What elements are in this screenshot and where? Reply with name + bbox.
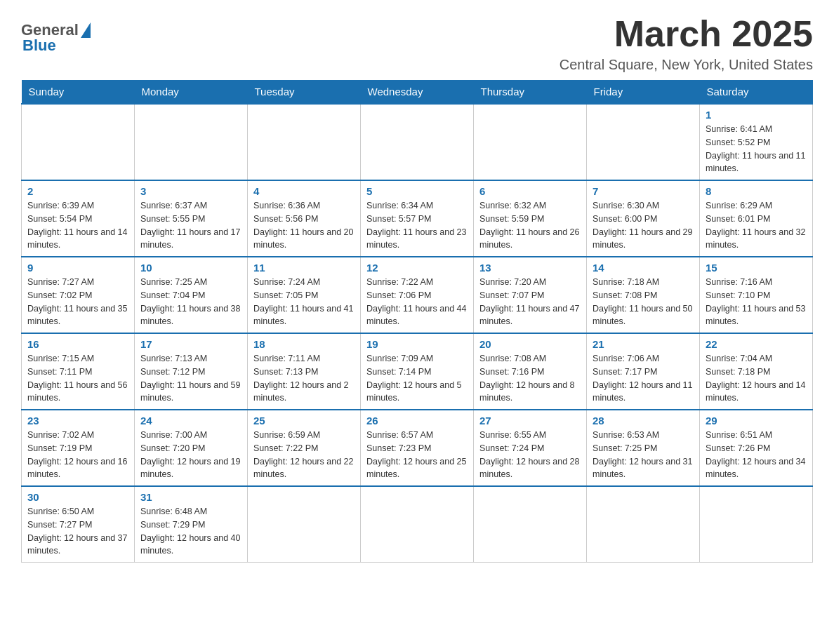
- calendar-week-row: 1Sunrise: 6:41 AM Sunset: 5:52 PM Daylig…: [22, 104, 813, 180]
- day-number: 23: [27, 415, 128, 427]
- calendar-day-header: Sunday: [22, 80, 135, 104]
- calendar-cell: 11Sunrise: 7:24 AM Sunset: 7:05 PM Dayli…: [248, 257, 361, 333]
- calendar-cell: 1Sunrise: 6:41 AM Sunset: 5:52 PM Daylig…: [700, 104, 813, 180]
- day-info: Sunrise: 7:13 AM Sunset: 7:12 PM Dayligh…: [140, 352, 241, 405]
- calendar-cell: 8Sunrise: 6:29 AM Sunset: 6:01 PM Daylig…: [700, 180, 813, 257]
- day-info: Sunrise: 7:11 AM Sunset: 7:13 PM Dayligh…: [253, 352, 355, 405]
- calendar-cell: 17Sunrise: 7:13 AM Sunset: 7:12 PM Dayli…: [135, 333, 248, 410]
- calendar-cell: [135, 104, 248, 180]
- day-number: 25: [253, 415, 355, 427]
- calendar-week-row: 9Sunrise: 7:27 AM Sunset: 7:02 PM Daylig…: [22, 257, 813, 333]
- calendar-cell: [361, 486, 474, 563]
- calendar-cell: 25Sunrise: 6:59 AM Sunset: 7:22 PM Dayli…: [248, 410, 361, 486]
- day-number: 28: [593, 415, 694, 427]
- day-number: 8: [706, 185, 807, 197]
- calendar-week-row: 16Sunrise: 7:15 AM Sunset: 7:11 PM Dayli…: [22, 333, 813, 410]
- calendar-cell: 12Sunrise: 7:22 AM Sunset: 7:06 PM Dayli…: [361, 257, 474, 333]
- day-number: 24: [140, 415, 241, 427]
- calendar-cell: 15Sunrise: 7:16 AM Sunset: 7:10 PM Dayli…: [700, 257, 813, 333]
- day-info: Sunrise: 7:20 AM Sunset: 7:07 PM Dayligh…: [479, 276, 581, 328]
- calendar-cell: 18Sunrise: 7:11 AM Sunset: 7:13 PM Dayli…: [248, 333, 361, 410]
- logo: General Blue: [21, 21, 91, 55]
- day-number: 15: [706, 262, 807, 274]
- calendar-cell: 21Sunrise: 7:06 AM Sunset: 7:17 PM Dayli…: [587, 333, 700, 410]
- calendar-cell: [700, 486, 813, 563]
- location-title: Central Square, New York, United States: [560, 57, 813, 73]
- calendar-cell: 31Sunrise: 6:48 AM Sunset: 7:29 PM Dayli…: [135, 486, 248, 563]
- day-number: 19: [366, 338, 468, 350]
- day-info: Sunrise: 6:29 AM Sunset: 6:01 PM Dayligh…: [706, 199, 807, 252]
- day-number: 9: [27, 262, 128, 274]
- day-number: 13: [479, 262, 581, 274]
- calendar-cell: 6Sunrise: 6:32 AM Sunset: 5:59 PM Daylig…: [474, 180, 587, 257]
- day-info: Sunrise: 7:27 AM Sunset: 7:02 PM Dayligh…: [27, 276, 128, 328]
- calendar-cell: [22, 104, 135, 180]
- calendar-cell: 22Sunrise: 7:04 AM Sunset: 7:18 PM Dayli…: [700, 333, 813, 410]
- calendar-cell: 10Sunrise: 7:25 AM Sunset: 7:04 PM Dayli…: [135, 257, 248, 333]
- day-info: Sunrise: 7:09 AM Sunset: 7:14 PM Dayligh…: [366, 352, 468, 405]
- calendar-cell: 28Sunrise: 6:53 AM Sunset: 7:25 PM Dayli…: [587, 410, 700, 486]
- calendar-week-row: 23Sunrise: 7:02 AM Sunset: 7:19 PM Dayli…: [22, 410, 813, 486]
- day-info: Sunrise: 7:00 AM Sunset: 7:20 PM Dayligh…: [140, 429, 241, 481]
- calendar-day-header: Monday: [135, 80, 248, 104]
- logo-blue-text: Blue: [22, 36, 56, 55]
- calendar-cell: [361, 104, 474, 180]
- calendar-cell: [474, 486, 587, 563]
- calendar-cell: 2Sunrise: 6:39 AM Sunset: 5:54 PM Daylig…: [22, 180, 135, 257]
- day-info: Sunrise: 6:30 AM Sunset: 6:00 PM Dayligh…: [593, 199, 694, 252]
- day-number: 14: [593, 262, 694, 274]
- calendar-cell: 13Sunrise: 7:20 AM Sunset: 7:07 PM Dayli…: [474, 257, 587, 333]
- calendar-cell: 30Sunrise: 6:50 AM Sunset: 7:27 PM Dayli…: [22, 486, 135, 563]
- calendar-cell: 16Sunrise: 7:15 AM Sunset: 7:11 PM Dayli…: [22, 333, 135, 410]
- day-number: 22: [706, 338, 807, 350]
- day-number: 2: [27, 185, 128, 197]
- calendar-day-header: Tuesday: [248, 80, 361, 104]
- day-number: 12: [366, 262, 468, 274]
- day-number: 26: [366, 415, 468, 427]
- day-number: 27: [479, 415, 581, 427]
- calendar-cell: 23Sunrise: 7:02 AM Sunset: 7:19 PM Dayli…: [22, 410, 135, 486]
- day-number: 11: [253, 262, 355, 274]
- calendar-day-header: Thursday: [474, 80, 587, 104]
- calendar-cell: 7Sunrise: 6:30 AM Sunset: 6:00 PM Daylig…: [587, 180, 700, 257]
- calendar-cell: 20Sunrise: 7:08 AM Sunset: 7:16 PM Dayli…: [474, 333, 587, 410]
- day-number: 30: [27, 491, 128, 503]
- day-info: Sunrise: 7:16 AM Sunset: 7:10 PM Dayligh…: [706, 276, 807, 328]
- calendar-table: SundayMondayTuesdayWednesdayThursdayFrid…: [21, 80, 813, 563]
- day-info: Sunrise: 7:18 AM Sunset: 7:08 PM Dayligh…: [593, 276, 694, 328]
- day-info: Sunrise: 7:08 AM Sunset: 7:16 PM Dayligh…: [479, 352, 581, 405]
- day-info: Sunrise: 7:02 AM Sunset: 7:19 PM Dayligh…: [27, 429, 128, 481]
- day-number: 7: [593, 185, 694, 197]
- calendar-cell: 4Sunrise: 6:36 AM Sunset: 5:56 PM Daylig…: [248, 180, 361, 257]
- day-number: 6: [479, 185, 581, 197]
- day-number: 31: [140, 491, 241, 503]
- day-number: 3: [140, 185, 241, 197]
- calendar-day-header: Friday: [587, 80, 700, 104]
- day-info: Sunrise: 6:59 AM Sunset: 7:22 PM Dayligh…: [253, 429, 355, 481]
- day-info: Sunrise: 7:06 AM Sunset: 7:17 PM Dayligh…: [593, 352, 694, 405]
- calendar-cell: 19Sunrise: 7:09 AM Sunset: 7:14 PM Dayli…: [361, 333, 474, 410]
- day-info: Sunrise: 6:37 AM Sunset: 5:55 PM Dayligh…: [140, 199, 241, 252]
- day-number: 21: [593, 338, 694, 350]
- day-info: Sunrise: 6:48 AM Sunset: 7:29 PM Dayligh…: [140, 505, 241, 558]
- title-area: March 2025 Central Square, New York, Uni…: [560, 14, 813, 73]
- day-info: Sunrise: 7:25 AM Sunset: 7:04 PM Dayligh…: [140, 276, 241, 328]
- calendar-cell: 14Sunrise: 7:18 AM Sunset: 7:08 PM Dayli…: [587, 257, 700, 333]
- calendar-header-row: SundayMondayTuesdayWednesdayThursdayFrid…: [22, 80, 813, 104]
- calendar-cell: 5Sunrise: 6:34 AM Sunset: 5:57 PM Daylig…: [361, 180, 474, 257]
- day-info: Sunrise: 7:24 AM Sunset: 7:05 PM Dayligh…: [253, 276, 355, 328]
- day-info: Sunrise: 7:15 AM Sunset: 7:11 PM Dayligh…: [27, 352, 128, 405]
- logo-triangle-icon: [81, 22, 91, 38]
- day-info: Sunrise: 7:22 AM Sunset: 7:06 PM Dayligh…: [366, 276, 468, 328]
- day-number: 1: [706, 109, 807, 121]
- calendar-week-row: 2Sunrise: 6:39 AM Sunset: 5:54 PM Daylig…: [22, 180, 813, 257]
- day-number: 29: [706, 415, 807, 427]
- day-number: 10: [140, 262, 241, 274]
- day-number: 5: [366, 185, 468, 197]
- day-info: Sunrise: 6:53 AM Sunset: 7:25 PM Dayligh…: [593, 429, 694, 481]
- day-number: 20: [479, 338, 581, 350]
- calendar-cell: [248, 104, 361, 180]
- day-info: Sunrise: 6:51 AM Sunset: 7:26 PM Dayligh…: [706, 429, 807, 481]
- calendar-cell: 26Sunrise: 6:57 AM Sunset: 7:23 PM Dayli…: [361, 410, 474, 486]
- day-number: 18: [253, 338, 355, 350]
